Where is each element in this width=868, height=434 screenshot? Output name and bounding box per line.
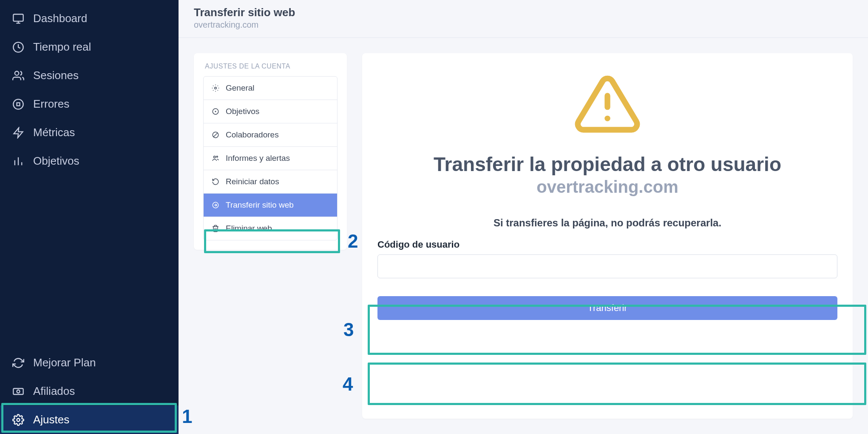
settings-item-label: Eliminar web [226,224,272,233]
monitor-icon [12,12,25,25]
transfer-form: Código de usuario Transferir [377,234,837,320]
block-icon [211,131,220,139]
sidebar-item-label: Tiempo real [33,40,91,54]
people-icon [211,154,220,163]
settings-item-label: Informes y alertas [226,154,290,163]
sidebar: Dashboard Tiempo real Sesiones Errores M… [0,0,179,434]
main: Transferir sitio web overtracking.com AJ… [179,0,868,434]
svg-point-5 [13,99,23,109]
sidebar-item-label: Afiliados [33,385,75,398]
user-code-input[interactable] [377,254,837,278]
svg-rect-6 [17,103,20,106]
svg-point-16 [215,111,216,112]
settings-item-transfer[interactable]: Transferir sitio web [204,194,337,217]
settings-item-reports[interactable]: Informes y alertas [204,147,337,170]
settings-item-label: Objetivos [226,107,259,116]
settings-panel-title: AJUSTES DE LA CUENTA [203,63,338,70]
settings-item-label: General [226,83,255,93]
sidebar-item-settings[interactable]: Ajustes [0,405,179,434]
trash-icon [211,224,220,233]
sidebar-item-label: Dashboard [33,12,87,25]
sidebar-item-label: Mejorar Plan [33,356,96,369]
settings-item-delete[interactable]: Eliminar web [204,217,337,240]
zap-icon [12,126,25,139]
svg-marker-7 [14,128,23,137]
svg-point-20 [216,156,218,157]
page-header: Transferir sitio web overtracking.com [179,0,868,38]
sidebar-item-label: Objetivos [33,154,79,168]
sidebar-item-label: Métricas [33,126,75,139]
settings-item-collaborators[interactable]: Colaboradores [204,123,337,147]
panel-title: Transferir la propiedad a otro usuario [434,153,781,176]
panel-domain: overtracking.com [536,177,678,197]
svg-point-14 [215,87,217,89]
svg-point-19 [214,156,216,158]
money-icon [12,385,25,398]
sidebar-item-label: Errores [33,97,69,111]
svg-point-13 [17,418,20,421]
user-code-label: Código de usuario [377,239,837,250]
panel-warning: Si transfieres la página, no podrás recu… [494,217,721,229]
page-subtitle: overtracking.com [194,20,853,30]
sidebar-item-label: Ajustes [33,413,69,426]
settings-item-reset[interactable]: Reiniciar datos [204,170,337,194]
sidebar-item-label: Sesiones [33,69,79,82]
sidebar-item-dashboard[interactable]: Dashboard [0,4,179,33]
sidebar-item-errors[interactable]: Errores [0,90,179,118]
page-title: Transferir sitio web [194,6,853,19]
transfer-panel: Transferir la propiedad a otro usuario o… [362,53,853,419]
sidebar-item-metrics[interactable]: Métricas [0,118,179,147]
gear-icon [12,414,25,426]
sidebar-item-affiliates[interactable]: Afiliados [0,377,179,405]
clock-icon [12,41,25,54]
target-icon [211,107,220,116]
svg-line-18 [213,133,218,137]
stop-icon [12,98,25,111]
settings-panel: AJUSTES DE LA CUENTA General Objetivos [194,53,347,250]
sidebar-item-realtime[interactable]: Tiempo real [0,33,179,61]
warning-icon [569,70,646,140]
svg-point-4 [15,71,19,75]
settings-item-label: Colaboradores [226,130,279,140]
settings-item-label: Transferir sitio web [226,200,294,210]
sidebar-item-sessions[interactable]: Sesiones [0,61,179,90]
settings-item-objectives[interactable]: Objetivos [204,100,337,123]
settings-list: General Objetivos Colaboradores [203,76,338,240]
transfer-icon [211,201,220,209]
settings-item-general[interactable]: General [204,77,337,100]
sidebar-item-upgrade[interactable]: Mejorar Plan [0,348,179,377]
sidebar-item-objectives[interactable]: Objetivos [0,147,179,175]
users-icon [12,69,25,82]
gear-small-icon [211,84,220,92]
svg-rect-0 [13,14,23,21]
settings-item-label: Reiniciar datos [226,177,279,186]
bar-chart-icon [12,155,25,168]
svg-rect-11 [13,388,23,394]
reload-icon [211,177,220,186]
svg-point-12 [17,390,20,393]
transfer-button[interactable]: Transferir [377,296,837,320]
refresh-icon [12,357,25,369]
